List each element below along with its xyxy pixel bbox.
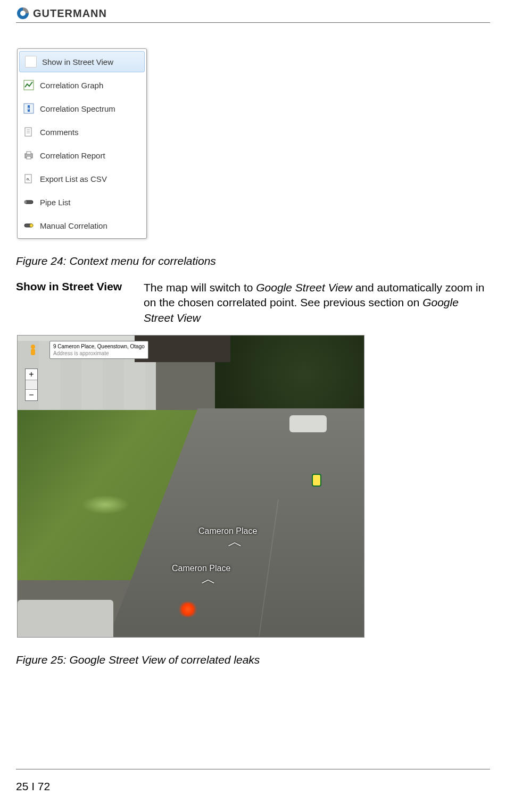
pegman-icon[interactable] bbox=[26, 343, 40, 358]
spectrum-icon: + bbox=[23, 103, 35, 114]
nav-arrow-icon[interactable]: ︿ bbox=[228, 532, 243, 552]
menu-item-street-view[interactable]: Show in Street View bbox=[19, 51, 145, 72]
manual-icon bbox=[23, 220, 35, 231]
menu-item-correlation-graph[interactable]: Correlation Graph bbox=[18, 73, 146, 97]
menu-item-correlation-report[interactable]: Correlation Report bbox=[18, 144, 146, 167]
pipe-icon bbox=[23, 196, 35, 208]
page-header: GUTERMANN bbox=[16, 0, 490, 23]
logo-icon bbox=[16, 6, 30, 20]
zoom-in-button[interactable]: + bbox=[26, 369, 37, 380]
description-block: Show in Street View The map will switch … bbox=[16, 280, 490, 325]
leak-marker-icon bbox=[177, 602, 198, 617]
csv-icon: a, bbox=[23, 173, 35, 185]
menu-item-label: Correlation Report bbox=[40, 151, 105, 160]
page-number: 25 I 72 bbox=[16, 780, 50, 793]
menu-item-label: Manual Correlation bbox=[40, 221, 107, 230]
address-line2: Address is approximate bbox=[53, 350, 145, 357]
sv-car bbox=[18, 600, 113, 637]
address-line1: 9 Cameron Place, Queenstown, Otago bbox=[53, 343, 145, 350]
zoom-control: + − bbox=[25, 369, 38, 401]
sv-roof bbox=[135, 336, 230, 362]
zoom-out-button[interactable]: − bbox=[26, 390, 37, 400]
nav-arrow-icon[interactable]: ︿ bbox=[201, 569, 216, 589]
menu-item-label: Comments bbox=[40, 128, 79, 137]
description-text: The map will switch to Google Street Vie… bbox=[144, 280, 490, 325]
menu-item-label: Correlation Spectrum bbox=[40, 104, 115, 113]
svg-text:+: + bbox=[27, 106, 30, 112]
svg-rect-4 bbox=[25, 128, 31, 136]
address-tooltip: 9 Cameron Place, Queenstown, Otago Addre… bbox=[49, 341, 148, 359]
grass-marker bbox=[81, 495, 129, 514]
brand-logo: GUTERMANN bbox=[16, 6, 107, 20]
svg-point-17 bbox=[31, 345, 35, 349]
svg-rect-10 bbox=[27, 156, 31, 159]
menu-item-comments[interactable]: Comments bbox=[18, 120, 146, 144]
chart-icon bbox=[23, 79, 35, 91]
svg-rect-9 bbox=[27, 152, 31, 154]
menu-item-label: Show in Street View bbox=[42, 57, 113, 66]
sensor-marker-icon bbox=[312, 474, 321, 487]
zoom-track[interactable] bbox=[26, 380, 37, 390]
figure-25-caption: Figure 25: Google Street View of correla… bbox=[16, 654, 490, 666]
footer-rule bbox=[16, 769, 490, 769]
menu-item-label: Correlation Graph bbox=[40, 81, 103, 90]
svg-point-14 bbox=[24, 200, 27, 204]
figure-24-caption: Figure 24: Context menu for correlations bbox=[16, 255, 490, 267]
menu-item-label: Export List as CSV bbox=[40, 174, 107, 183]
streetview-image: 9 Cameron Place, Queenstown, Otago Addre… bbox=[17, 335, 364, 638]
brand-name: GUTERMANN bbox=[33, 7, 107, 20]
svg-point-16 bbox=[30, 224, 33, 227]
description-label: Show in Street View bbox=[16, 280, 133, 325]
menu-item-label: Pipe List bbox=[40, 198, 71, 207]
menu-item-correlation-spectrum[interactable]: + Correlation Spectrum bbox=[18, 97, 146, 120]
menu-item-pipe-list[interactable]: Pipe List bbox=[18, 190, 146, 214]
sv-car bbox=[289, 415, 327, 432]
svg-text:a,: a, bbox=[27, 177, 30, 181]
desc-part1: The map will switch to bbox=[144, 281, 256, 294]
comments-icon bbox=[23, 126, 35, 138]
menu-item-export-csv[interactable]: a, Export List as CSV bbox=[18, 167, 146, 190]
menu-item-manual-correlation[interactable]: Manual Correlation bbox=[18, 214, 146, 237]
desc-em1: Google Street View bbox=[256, 281, 352, 294]
blank-icon bbox=[25, 56, 37, 68]
context-menu: Show in Street View Correlation Graph + … bbox=[17, 48, 147, 239]
svg-rect-18 bbox=[31, 349, 35, 355]
printer-icon bbox=[23, 149, 35, 161]
